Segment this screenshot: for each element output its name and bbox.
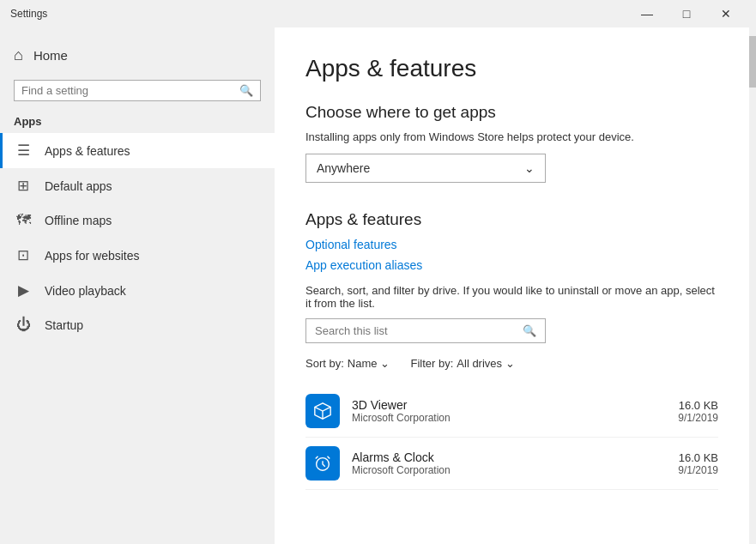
scrollbar-track[interactable] (749, 27, 756, 544)
main-content: Apps & features Choose where to get apps… (275, 27, 749, 544)
default-apps-icon: ⊞ (14, 177, 33, 195)
sidebar-item-apps-websites[interactable]: ⊡ Apps for websites (0, 238, 275, 273)
apps-features-icon: ☰ (14, 142, 33, 160)
maximize-button[interactable]: □ (667, 0, 706, 27)
title-bar-controls: — □ ✕ (627, 0, 746, 27)
sort-by-select[interactable]: Sort by: Name ⌄ (305, 357, 390, 370)
search-list-icon: 🔍 (523, 324, 536, 337)
sidebar-item-video-playback-label: Video playback (45, 284, 126, 298)
apps-section-title: Apps & features (305, 210, 718, 229)
app-info-alarms-clock: Alarms & Clock Microsoft Corporation (352, 450, 666, 476)
sort-filter-row: Sort by: Name ⌄ Filter by: All drives ⌄ (305, 357, 718, 370)
app-container: ⌂ Home 🔍 Apps ☰ Apps & features ⊞ Defaul… (0, 27, 756, 544)
sidebar-item-default-apps-label: Default apps (45, 179, 112, 193)
sidebar-item-apps-features-label: Apps & features (45, 144, 130, 158)
filter-value: All drives (457, 357, 502, 370)
sidebar-item-startup-label: Startup (45, 318, 83, 332)
sidebar-search-icon: 🔍 (239, 84, 253, 97)
sidebar-search-input[interactable] (21, 84, 239, 97)
sidebar-item-video-playback[interactable]: ▶ Video playback (0, 273, 275, 308)
app-execution-link[interactable]: App execution aliases (305, 258, 718, 272)
sidebar: ⌂ Home 🔍 Apps ☰ Apps & features ⊞ Defaul… (0, 27, 275, 544)
anywhere-dropdown-value: Anywhere (317, 161, 370, 175)
sort-value: Name (348, 357, 378, 370)
filter-by-select[interactable]: Filter by: All drives ⌄ (410, 357, 515, 370)
choose-section-desc: Installing apps only from Windows Store … (305, 130, 718, 143)
app-date-alarms-clock: 9/1/2019 (678, 464, 718, 476)
app-info-3d-viewer: 3D Viewer Microsoft Corporation (352, 398, 666, 424)
minimize-button[interactable]: — (627, 0, 667, 27)
filter-chevron-icon: ⌄ (505, 357, 515, 370)
home-nav-item[interactable]: ⌂ Home (0, 38, 275, 73)
sidebar-item-offline-maps[interactable]: 🗺 Offline maps (0, 203, 275, 238)
chevron-down-icon: ⌄ (524, 161, 535, 175)
filter-label: Filter by: (410, 357, 453, 370)
app-meta-3d-viewer: 16.0 KB 9/1/2019 (678, 399, 718, 424)
offline-maps-icon: 🗺 (14, 212, 33, 229)
title-bar: Settings — □ ✕ (0, 0, 756, 27)
app-name-alarms-clock: Alarms & Clock (352, 450, 666, 464)
sidebar-section-label: Apps (0, 112, 275, 133)
scrollbar-thumb[interactable] (749, 36, 756, 88)
app-icon-3d-viewer (305, 394, 340, 428)
apps-websites-icon: ⊡ (14, 246, 33, 264)
search-list-box[interactable]: 🔍 (305, 318, 546, 343)
app-publisher-alarms-clock: Microsoft Corporation (352, 464, 666, 476)
app-list: 3D Viewer Microsoft Corporation 16.0 KB … (305, 385, 718, 490)
sidebar-search-box[interactable]: 🔍 (14, 80, 261, 101)
app-icon-alarms-clock (305, 446, 340, 481)
home-icon: ⌂ (14, 46, 23, 64)
app-item-3d-viewer[interactable]: 3D Viewer Microsoft Corporation 16.0 KB … (305, 385, 718, 438)
close-button[interactable]: ✕ (706, 0, 746, 27)
app-publisher-3d-viewer: Microsoft Corporation (352, 412, 666, 424)
app-size-alarms-clock: 16.0 KB (678, 451, 718, 464)
sidebar-item-apps-features[interactable]: ☰ Apps & features (0, 133, 275, 168)
sort-label: Sort by: (305, 357, 344, 370)
title-bar-title: Settings (10, 8, 627, 20)
search-list-input[interactable] (315, 324, 523, 337)
home-label: Home (33, 48, 68, 63)
app-date-3d-viewer: 9/1/2019 (678, 412, 718, 424)
choose-section-title: Choose where to get apps (305, 103, 718, 122)
sidebar-item-default-apps[interactable]: ⊞ Default apps (0, 168, 275, 203)
sort-chevron-icon: ⌄ (380, 357, 390, 370)
sidebar-item-apps-websites-label: Apps for websites (45, 249, 140, 263)
startup-icon: ⏻ (14, 317, 33, 334)
filter-desc: Search, sort, and filter by drive. If yo… (305, 284, 718, 310)
sidebar-item-startup[interactable]: ⏻ Startup (0, 308, 275, 342)
sidebar-item-offline-maps-label: Offline maps (45, 214, 112, 227)
anywhere-dropdown[interactable]: Anywhere ⌄ (305, 154, 546, 183)
video-playback-icon: ▶ (14, 281, 33, 299)
optional-features-link[interactable]: Optional features (305, 238, 718, 251)
app-name-3d-viewer: 3D Viewer (352, 398, 666, 412)
app-size-3d-viewer: 16.0 KB (678, 399, 718, 412)
page-title: Apps & features (305, 55, 718, 82)
app-item-alarms-clock[interactable]: Alarms & Clock Microsoft Corporation 16.… (305, 438, 718, 490)
app-meta-alarms-clock: 16.0 KB 9/1/2019 (678, 451, 718, 476)
